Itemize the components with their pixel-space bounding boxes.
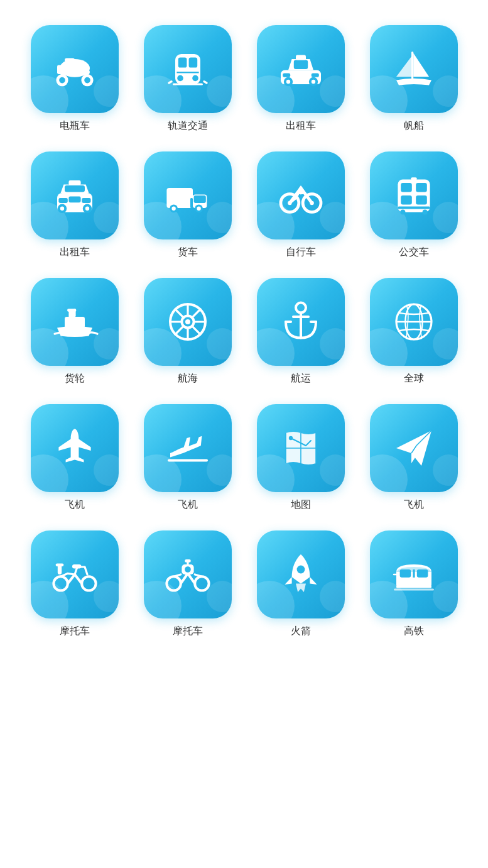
icon-item-shipping: 航运 [251, 278, 351, 385]
svg-rect-59 [411, 177, 417, 180]
icon-item-globe: 全球 [364, 278, 464, 385]
svg-rect-13 [176, 72, 198, 73]
svg-rect-20 [293, 60, 307, 69]
icon-label-rail-transit: 轨道交通 [168, 119, 208, 133]
icon-label-high-speed-rail: 高铁 [404, 625, 424, 638]
svg-rect-54 [401, 195, 412, 204]
icon-box-taxi-1 [257, 25, 345, 113]
svg-point-90 [166, 576, 180, 590]
icon-item-taxi-1: 出租车 [251, 25, 351, 133]
icon-label-globe: 全球 [404, 372, 424, 385]
icon-label-taxi-2: 出租车 [60, 246, 90, 259]
svg-rect-53 [416, 183, 427, 192]
icon-box-rail-transit [144, 25, 232, 113]
icon-label-motorcycle-1: 摩托车 [60, 625, 90, 638]
svg-point-93 [185, 566, 191, 573]
icon-box-sailboat [370, 25, 458, 113]
svg-rect-97 [416, 569, 428, 578]
svg-rect-89 [55, 563, 63, 566]
icon-label-map: 地图 [291, 498, 311, 512]
svg-rect-87 [72, 564, 81, 568]
icon-label-electric-scooter: 电瓶车 [60, 119, 90, 133]
svg-rect-94 [185, 559, 191, 563]
svg-rect-12 [188, 58, 197, 68]
icon-item-rocket: 火箭 [251, 530, 351, 638]
svg-rect-37 [82, 198, 90, 203]
svg-rect-27 [311, 73, 318, 77]
icon-box-paper-plane [370, 404, 458, 492]
svg-rect-38 [68, 197, 80, 203]
icon-box-electric-scooter [31, 25, 119, 113]
icon-label-paper-plane: 飞机 [404, 498, 424, 512]
icon-box-airplane-2 [144, 404, 232, 492]
svg-line-71 [175, 309, 184, 318]
icon-box-cargo-ship [31, 278, 119, 366]
svg-rect-35 [68, 180, 80, 185]
svg-rect-60 [65, 317, 85, 328]
svg-rect-55 [416, 195, 427, 204]
svg-point-1 [59, 77, 65, 84]
svg-rect-16 [173, 83, 203, 85]
icon-item-sailboat: 帆船 [364, 25, 464, 133]
icon-box-airplane-1 [31, 404, 119, 492]
svg-point-24 [311, 80, 315, 84]
icon-item-cargo-ship: 货轮 [24, 278, 125, 385]
svg-rect-26 [283, 73, 290, 77]
svg-rect-39 [166, 188, 193, 208]
svg-point-58 [422, 209, 427, 214]
icon-box-bus [370, 151, 458, 239]
icon-box-bicycle [257, 151, 345, 239]
icon-item-map: 地图 [251, 404, 351, 512]
icon-label-sailboat: 帆船 [404, 119, 424, 133]
svg-rect-36 [58, 198, 67, 203]
icon-item-motorcycle-2: 摩托车 [138, 530, 238, 638]
svg-point-32 [60, 207, 63, 211]
svg-rect-7 [57, 65, 62, 74]
icon-box-navigation [144, 278, 232, 366]
svg-rect-11 [178, 58, 187, 68]
icon-item-bus: 公交车 [364, 151, 464, 259]
icon-item-rail-transit: 轨道交通 [138, 25, 238, 133]
svg-rect-96 [399, 569, 411, 578]
svg-rect-83 [168, 459, 208, 462]
icon-item-navigation: 航海 [138, 278, 238, 385]
svg-point-57 [400, 209, 405, 214]
svg-point-84 [288, 436, 292, 440]
svg-line-72 [192, 326, 200, 334]
icon-label-airplane-2: 飞机 [178, 498, 198, 512]
icon-grid: 电瓶车 轨道交通 出租车 帆船 [24, 25, 464, 638]
svg-rect-9 [65, 58, 75, 62]
svg-rect-6 [60, 69, 90, 75]
icon-item-bicycle: 自行车 [251, 151, 351, 259]
icon-label-shipping: 航运 [291, 372, 311, 385]
icon-item-motorcycle-1: 摩托车 [24, 530, 125, 638]
svg-rect-25 [296, 55, 306, 60]
svg-line-74 [175, 326, 184, 334]
svg-rect-17 [167, 80, 173, 84]
icon-box-high-speed-rail [370, 530, 458, 618]
icon-label-truck: 货车 [178, 246, 198, 259]
svg-rect-46 [190, 198, 193, 208]
icon-item-airplane-1: 飞机 [24, 404, 125, 512]
svg-rect-56 [398, 207, 430, 209]
svg-rect-30 [65, 185, 85, 192]
svg-rect-63 [73, 309, 75, 317]
icon-box-motorcycle-1 [31, 530, 119, 618]
svg-point-15 [192, 75, 198, 82]
icon-label-rocket: 火箭 [291, 625, 311, 638]
svg-rect-99 [396, 586, 431, 588]
icon-box-taxi-2 [31, 151, 119, 239]
svg-point-85 [53, 576, 67, 590]
svg-point-3 [84, 77, 90, 84]
icon-item-paper-plane: 飞机 [364, 404, 464, 512]
icon-box-shipping [257, 278, 345, 366]
icon-box-motorcycle-2 [144, 530, 232, 618]
svg-point-95 [296, 566, 305, 574]
icon-box-map [257, 404, 345, 492]
icon-label-airplane-1: 飞机 [65, 498, 85, 512]
icon-label-motorcycle-2: 摩托车 [173, 625, 203, 638]
svg-rect-18 [202, 80, 208, 84]
svg-point-43 [171, 207, 175, 211]
svg-rect-41 [193, 195, 205, 203]
svg-rect-28 [411, 52, 413, 79]
